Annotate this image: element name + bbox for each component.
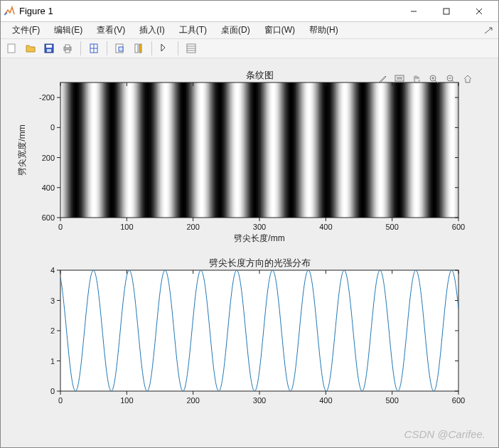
figure-window: Figure 1 文件(F) 编辑(E) 查看(V) 插入(I) 工具(T) 桌… xyxy=(0,0,499,448)
pan-icon[interactable] xyxy=(410,73,423,85)
colorbar-button[interactable] xyxy=(130,40,147,57)
svg-rect-7 xyxy=(47,49,51,52)
menu-window[interactable]: 窗口(W) xyxy=(257,22,302,38)
zoom-in-icon[interactable] xyxy=(427,73,440,85)
svg-text:0: 0 xyxy=(58,396,63,405)
brush-icon[interactable] xyxy=(376,73,389,85)
axes-toolbar xyxy=(376,73,474,85)
svg-text:200: 200 xyxy=(186,396,199,405)
save-button[interactable] xyxy=(41,40,58,57)
svg-line-24 xyxy=(435,80,438,83)
edit-plot-button[interactable] xyxy=(156,40,173,57)
svg-text:3: 3 xyxy=(50,297,55,305)
menu-tools[interactable]: 工具(T) xyxy=(172,22,214,38)
svg-text:600: 600 xyxy=(452,396,465,405)
menu-desktop[interactable]: 桌面(D) xyxy=(214,22,257,38)
menu-help[interactable]: 帮助(H) xyxy=(302,22,345,38)
svg-rect-14 xyxy=(135,44,138,53)
toolbar-separator xyxy=(178,41,178,55)
svg-text:100: 100 xyxy=(120,223,133,231)
svg-rect-13 xyxy=(119,47,123,51)
svg-text:400: 400 xyxy=(319,396,332,405)
close-button[interactable] xyxy=(463,1,495,22)
svg-text:条纹图: 条纹图 xyxy=(246,70,274,80)
svg-text:2: 2 xyxy=(50,326,55,335)
svg-text:0: 0 xyxy=(50,123,55,132)
svg-text:劈尖长度方向的光强分布: 劈尖长度方向的光强分布 xyxy=(209,257,311,268)
open-button[interactable] xyxy=(22,40,39,57)
toolbar-separator xyxy=(151,41,152,55)
minimize-button[interactable] xyxy=(397,1,430,22)
datatip-icon[interactable] xyxy=(393,73,406,85)
svg-rect-6 xyxy=(46,45,52,48)
svg-text:600: 600 xyxy=(42,213,55,222)
svg-text:0: 0 xyxy=(58,223,63,231)
menu-view[interactable]: 查看(V) xyxy=(90,22,132,38)
svg-text:500: 500 xyxy=(385,223,398,231)
svg-rect-20 xyxy=(395,75,404,81)
property-inspector-button[interactable] xyxy=(183,40,200,57)
svg-text:200: 200 xyxy=(186,223,199,231)
menubar: 文件(F) 编辑(E) 查看(V) 插入(I) 工具(T) 桌面(D) 窗口(W… xyxy=(1,22,498,39)
dock-icon[interactable] xyxy=(484,26,493,36)
svg-text:500: 500 xyxy=(385,396,398,405)
menu-insert[interactable]: 插入(I) xyxy=(132,22,171,38)
svg-text:200: 200 xyxy=(42,154,55,162)
svg-text:100: 100 xyxy=(120,396,133,405)
plots-svg: 条纹图-20002004006000100200300400500600劈尖长度… xyxy=(5,67,483,437)
data-cursor-button[interactable] xyxy=(112,40,129,57)
menu-file[interactable]: 文件(F) xyxy=(5,22,47,38)
link-axes-button[interactable] xyxy=(85,40,102,57)
svg-rect-1 xyxy=(444,9,449,14)
maximize-button[interactable] xyxy=(430,1,463,22)
svg-text:4: 4 xyxy=(50,266,55,274)
svg-text:300: 300 xyxy=(253,396,266,405)
svg-text:劈尖长度/mm: 劈尖长度/mm xyxy=(234,233,284,243)
matlab-icon xyxy=(4,6,15,17)
svg-text:600: 600 xyxy=(452,223,465,231)
figure-canvas: 条纹图-20002004006000100200300400500600劈尖长度… xyxy=(1,58,498,447)
svg-text:1: 1 xyxy=(50,357,55,366)
toolbar-separator xyxy=(80,41,81,55)
svg-rect-9 xyxy=(65,45,70,48)
svg-text:400: 400 xyxy=(319,223,332,231)
svg-text:300: 300 xyxy=(253,223,266,231)
toolbar xyxy=(1,39,498,58)
svg-text:0: 0 xyxy=(50,387,55,395)
new-figure-button[interactable] xyxy=(4,40,21,57)
toolbar-separator xyxy=(107,41,107,55)
svg-rect-10 xyxy=(65,50,70,53)
menu-edit[interactable]: 编辑(E) xyxy=(47,22,90,38)
titlebar: Figure 1 xyxy=(1,1,498,22)
svg-rect-15 xyxy=(139,44,141,53)
svg-line-28 xyxy=(452,80,455,83)
svg-text:-200: -200 xyxy=(39,93,55,102)
svg-text:400: 400 xyxy=(42,183,55,192)
home-icon[interactable] xyxy=(461,73,474,85)
window-title: Figure 1 xyxy=(19,6,53,16)
print-button[interactable] xyxy=(59,40,76,57)
svg-text:劈尖宽度/mm: 劈尖宽度/mm xyxy=(17,124,27,175)
zoom-out-icon[interactable] xyxy=(444,73,457,85)
